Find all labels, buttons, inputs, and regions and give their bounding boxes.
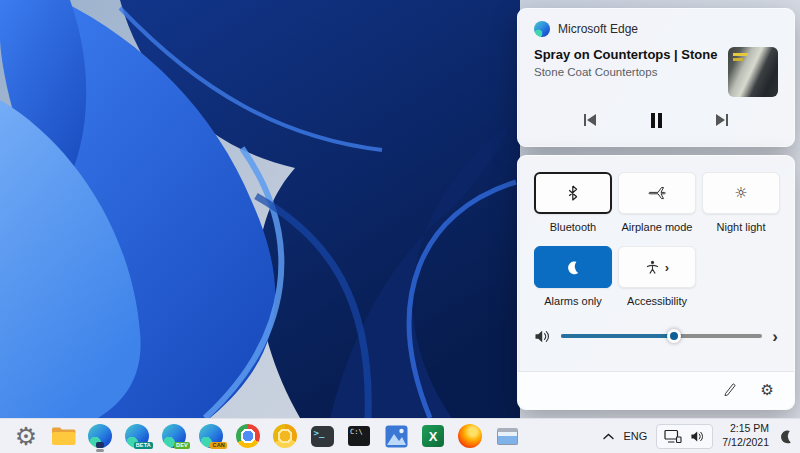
taskbar-edge-beta-button[interactable]: BETA (121, 420, 153, 452)
taskbar-chrome-canary-button[interactable] (269, 420, 301, 452)
edge-badge (96, 442, 104, 448)
edge-canary-badge: CAN (210, 442, 227, 450)
edit-quick-settings-button[interactable] (723, 382, 737, 399)
bluetooth-tile[interactable] (534, 172, 612, 214)
speaker-icon (534, 329, 551, 344)
media-app-name: Microsoft Edge (558, 22, 638, 36)
taskbar-settings-button[interactable]: ⚙ (10, 420, 42, 452)
alarms-only-tile[interactable] (534, 246, 612, 288)
media-title: Spray on Countertops | Stone Coat E... (534, 47, 718, 62)
volume-slider-fill (561, 334, 674, 338)
taskbar-windows-terminal-button[interactable]: >_ (306, 420, 338, 452)
folder-icon (51, 426, 76, 446)
airplane-mode-label: Airplane mode (622, 221, 693, 233)
taskbar-edge-button[interactable] (84, 420, 116, 452)
speaker-icon (690, 430, 705, 443)
language-indicator[interactable]: ENG (623, 430, 647, 442)
system-tray: ENG 2:15 PM 7/12/2021 (603, 422, 794, 449)
media-thumbnail (728, 47, 778, 97)
night-light-label: Night light (717, 221, 766, 233)
legacy-app-icon (497, 428, 518, 445)
excel-icon: X (422, 425, 444, 447)
next-track-button[interactable] (709, 109, 735, 131)
quick-settings-footer: ⚙ (518, 371, 794, 409)
volume-slider-thumb[interactable] (667, 329, 681, 343)
running-indicator (96, 449, 104, 452)
show-hidden-icons-button[interactable] (603, 433, 614, 440)
focus-assist-button[interactable] (778, 428, 794, 444)
taskbar-legacy-app-button[interactable] (491, 420, 523, 452)
accessibility-tile[interactable]: › (618, 246, 696, 288)
previous-track-icon (582, 113, 598, 127)
command-prompt-icon: C:\ (348, 426, 370, 446)
windows-terminal-icon: >_ (311, 426, 334, 447)
chrome-canary-icon (273, 424, 297, 448)
pause-icon (650, 113, 663, 128)
edge-icon (534, 21, 550, 37)
settings-shortcut-button[interactable]: ⚙ (761, 383, 774, 398)
volume-output-expand-button[interactable]: › (772, 328, 778, 345)
tray-time: 2:15 PM (722, 422, 769, 436)
taskbar: ⚙ BETA DEV C (0, 418, 800, 453)
pause-button[interactable] (643, 109, 669, 131)
media-session-card: Microsoft Edge Spray on Countertops | St… (517, 8, 795, 147)
cmd-prompt-glyph: C:\ (350, 428, 363, 436)
tray-date: 7/12/2021 (722, 436, 769, 450)
terminal-prompt-glyph: >_ (314, 428, 325, 438)
moon-icon (776, 426, 796, 446)
accessibility-icon (645, 260, 660, 275)
excel-x-glyph: X (429, 429, 438, 444)
taskbar-edge-dev-button[interactable]: DEV (158, 420, 190, 452)
volume-mute-button[interactable] (534, 329, 551, 344)
chevron-up-icon (603, 433, 614, 440)
previous-track-button[interactable] (577, 109, 603, 131)
alarms-only-label: Alarms only (544, 295, 601, 307)
taskbar-file-explorer-button[interactable] (47, 420, 79, 452)
quick-settings-panel: Bluetooth Airplane mode ☼ Night light (517, 155, 795, 410)
taskbar-edge-canary-button[interactable]: CAN (195, 420, 227, 452)
chrome-icon (236, 424, 260, 448)
firefox-icon (458, 424, 482, 448)
media-subtitle: Stone Coat Countertops (534, 66, 718, 78)
taskbar-chrome-button[interactable] (232, 420, 264, 452)
taskbar-command-prompt-button[interactable]: C:\ (343, 420, 375, 452)
night-light-tile[interactable]: ☼ (702, 172, 780, 214)
taskbar-photos-button[interactable] (380, 420, 412, 452)
photos-icon (385, 425, 408, 448)
taskbar-firefox-button[interactable] (454, 420, 486, 452)
night-light-icon: ☼ (734, 186, 747, 201)
bluetooth-label: Bluetooth (550, 221, 596, 233)
airplane-icon (648, 186, 666, 200)
airplane-mode-tile[interactable] (618, 172, 696, 214)
ethernet-icon (664, 429, 682, 444)
gear-icon: ⚙ (15, 424, 37, 449)
clock[interactable]: 2:15 PM 7/12/2021 (722, 422, 769, 449)
windows-desktop: Microsoft Edge Spray on Countertops | St… (0, 0, 800, 453)
network-volume-tray-button[interactable] (656, 424, 713, 449)
taskbar-excel-button[interactable]: X (417, 420, 449, 452)
accessibility-label: Accessibility (627, 295, 687, 307)
media-app-header: Microsoft Edge (534, 21, 778, 37)
edge-beta-badge: BETA (134, 442, 153, 450)
gear-icon: ⚙ (761, 381, 774, 399)
next-track-icon (714, 113, 730, 127)
volume-slider[interactable] (561, 328, 762, 344)
edge-dev-badge: DEV (174, 442, 190, 450)
moon-icon (563, 257, 582, 276)
bluetooth-icon (567, 185, 579, 201)
chevron-right-icon: › (665, 261, 669, 274)
chevron-right-icon: › (772, 328, 778, 345)
pencil-icon (723, 382, 737, 396)
